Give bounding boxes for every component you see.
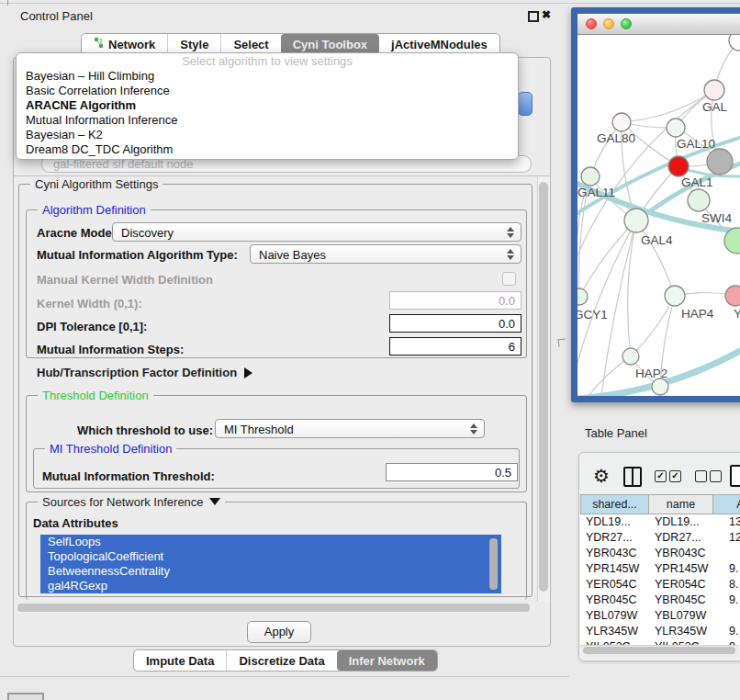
hidden-combo-stepper[interactable] <box>518 92 533 116</box>
columns-icon[interactable] <box>623 467 642 487</box>
document-icon[interactable] <box>730 465 740 487</box>
network-node[interactable] <box>704 80 724 100</box>
group-title: MI Threshold Definition <box>45 442 176 456</box>
network-node[interactable] <box>577 288 588 305</box>
aracne-mode-select[interactable]: Discovery <box>112 222 521 242</box>
network-node[interactable] <box>707 149 733 175</box>
kernel-width-input[interactable] <box>389 291 521 310</box>
table-row[interactable]: YLR345WYLR345W9. <box>580 624 740 639</box>
algorithm-option-basic-correlation-inference[interactable]: Basic Correlation Inference <box>17 84 518 98</box>
which-threshold-select[interactable]: MI Threshold <box>215 419 485 438</box>
network-node[interactable] <box>688 189 710 211</box>
network-node[interactable] <box>665 286 685 306</box>
algorithm-option-mutual-information-inference[interactable]: Mutual Information Inference <box>17 113 518 128</box>
kernel-width-label: Kernel Width (0,1): <box>37 297 142 310</box>
attribute-item-gal4rgexp[interactable]: gal4RGexp <box>40 579 501 593</box>
table-panel-title: Table Panel <box>585 426 647 440</box>
settings-hscrollbar-thumb[interactable] <box>17 604 530 612</box>
table-row[interactable]: YPR145WYPR145W9. <box>580 561 740 577</box>
dpi-tolerance-input[interactable] <box>389 314 521 333</box>
table-row[interactable]: YDL19...YDL19...13 <box>580 514 740 530</box>
tab-network[interactable]: Network <box>82 34 167 54</box>
tab-cyni-toolbox[interactable]: Cyni Toolbox <box>281 34 379 54</box>
panel-title: Control Panel <box>20 9 93 23</box>
tab-label: Infer Network <box>349 654 425 668</box>
mi-type-select[interactable]: Naive Bayes <box>250 244 521 264</box>
network-node[interactable] <box>725 286 740 306</box>
manual-kernel-checkbox[interactable] <box>502 272 516 286</box>
tab-infer-network[interactable]: Infer Network <box>337 650 437 671</box>
tab-style[interactable]: Style <box>167 34 220 54</box>
select-all-icon[interactable]: ✓ <box>655 470 667 482</box>
tab-label: Discretize Data <box>239 654 324 668</box>
table-row[interactable]: YDR27...YDR27...12 <box>580 530 740 546</box>
table-hscrollbar-thumb[interactable] <box>583 647 735 654</box>
network-node[interactable] <box>668 156 689 176</box>
algorithm-option-bayesian-hill-climbing[interactable]: Bayesian – Hill Climbing <box>17 69 518 84</box>
tab-select[interactable]: Select <box>220 34 280 54</box>
tab-impute-data[interactable]: Impute Data <box>134 650 226 671</box>
select-all-icon[interactable]: ✓ <box>669 470 681 482</box>
tab-discretize-data[interactable]: Discretize Data <box>226 650 336 671</box>
node-label: HAP4 <box>681 307 714 321</box>
table-row[interactable]: YBL079WYBL079W <box>580 608 740 624</box>
zoom-traffic-light-icon[interactable] <box>621 18 632 29</box>
table-cell: YDL19... <box>580 514 649 530</box>
close-icon[interactable]: ✖ <box>542 8 551 21</box>
panel-resize-handle[interactable] <box>557 338 566 346</box>
node-label: Y <box>734 307 740 321</box>
network-node[interactable] <box>624 209 648 232</box>
network-node[interactable] <box>667 119 685 137</box>
table-row[interactable]: YBR045CYBR045C9. <box>580 593 740 608</box>
network-node[interactable] <box>612 113 631 131</box>
table-cell: YBL079W <box>580 608 649 624</box>
attribute-item-topologicalcoefficient[interactable]: TopologicalCoefficient <box>40 549 501 564</box>
table-row[interactable]: YBR043CYBR043C <box>580 546 740 561</box>
tab-jactivemnodules[interactable]: jActiveMNodules <box>379 34 499 54</box>
minimized-panel-box[interactable] <box>7 693 44 700</box>
settings-vscrollbar-thumb[interactable] <box>539 182 548 592</box>
algorithm-placeholder: Select algorithm to view settings <box>17 53 518 69</box>
data-attributes-list: SelfLoopsTopologicalCoefficientBetweenne… <box>40 535 501 595</box>
deselect-all-icon[interactable] <box>710 470 722 482</box>
hub-definition-label: Hub/Transcription Factor Definition <box>37 366 237 379</box>
network-view-window[interactable]: GALGAL80GAL10GAL1GAL11SWI4GAL4GCY1HAP4YH… <box>571 7 740 402</box>
network-node[interactable] <box>652 378 668 395</box>
table-cell: 9. <box>713 593 740 608</box>
network-canvas[interactable]: GALGAL80GAL10GAL1GAL11SWI4GAL4GCY1HAP4YH… <box>577 35 740 396</box>
minimize-traffic-light-icon[interactable] <box>603 18 614 29</box>
network-window-titlebar[interactable] <box>577 14 740 35</box>
hub-definition-toggle[interactable]: Hub/Transcription Factor Definition <box>37 366 252 379</box>
float-window-icon[interactable] <box>528 11 539 22</box>
mi-steps-input[interactable] <box>389 337 521 356</box>
column-header-name[interactable]: name <box>649 494 713 514</box>
tab-label: Impute Data <box>146 654 214 668</box>
algorithm-option-bayesian-k2[interactable]: Bayesian – K2 <box>17 128 518 142</box>
column-header-a[interactable]: A <box>713 494 740 514</box>
algorithm-option-aracne-algorithm[interactable]: ARACNE Algorithm <box>17 98 518 113</box>
network-node[interactable] <box>581 167 600 186</box>
node-label: GAL10 <box>677 137 715 151</box>
algorithm-option-dream8-dc-tdc-algorithm[interactable]: Dream8 DC_TDC Algorithm <box>17 142 518 157</box>
network-node[interactable] <box>622 348 639 365</box>
mi-threshold-input[interactable] <box>386 463 518 481</box>
mi-type-value: Naive Bayes <box>259 248 326 262</box>
attributes-scrollbar[interactable] <box>489 538 498 590</box>
network-node[interactable] <box>729 35 740 51</box>
close-traffic-light-icon[interactable] <box>586 18 597 29</box>
collapse-down-icon <box>209 498 220 505</box>
sources-group-title[interactable]: Sources for Network Inference <box>38 495 225 509</box>
attribute-item-selfloops[interactable]: SelfLoops <box>40 535 501 549</box>
deselect-all-icon[interactable] <box>695 470 707 482</box>
apply-button[interactable]: Apply <box>247 621 311 643</box>
attribute-item-betweennesscentrality[interactable]: BetweennessCentrality <box>40 564 501 579</box>
aracne-mode-value: Discovery <box>121 226 174 240</box>
column-header-shared[interactable]: shared... <box>580 494 649 514</box>
table-cell <box>713 546 740 561</box>
table-row[interactable]: YER054CYER054C8. <box>580 577 740 593</box>
gear-icon[interactable]: ⚙ <box>593 465 610 487</box>
table-cell: YER054C <box>580 577 649 593</box>
network-edge <box>622 90 714 122</box>
node-label: GAL11 <box>577 186 615 199</box>
top-divider <box>0 3 740 4</box>
